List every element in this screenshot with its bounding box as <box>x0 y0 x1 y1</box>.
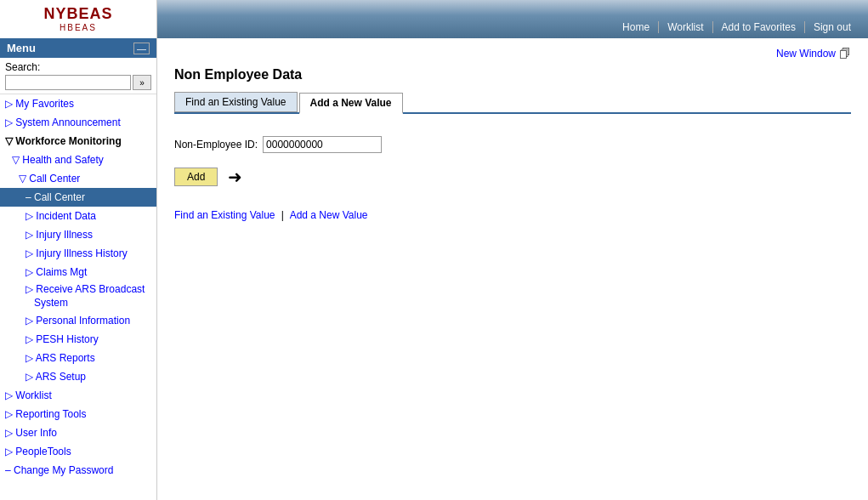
search-input[interactable] <box>5 75 131 90</box>
new-window-icon: 🗍 <box>839 47 851 60</box>
bottom-separator: | <box>281 209 284 221</box>
bottom-find-existing[interactable]: Find an Existing Value <box>174 209 275 221</box>
nav-injury-illness-history[interactable]: ▷ Injury Illness History <box>0 244 156 263</box>
nav-pesh-history[interactable]: ▷ PESH History <box>0 330 156 349</box>
search-label: Search: <box>5 61 151 73</box>
tab-add-new[interactable]: Add a New Value <box>299 93 403 114</box>
top-header: NYBEAS HBEAS Home Worklist Add to Favori… <box>0 0 868 38</box>
add-button[interactable]: Add <box>174 168 218 186</box>
form-area: Non-Employee ID: Add ➜ <box>174 128 851 196</box>
tabs-container: Find an Existing Value Add a New Value <box>174 91 851 114</box>
bottom-links: Find an Existing Value | Add a New Value <box>174 209 851 221</box>
tab-find-existing[interactable]: Find an Existing Value <box>174 92 298 112</box>
new-window-link[interactable]: New Window <box>776 48 836 60</box>
nav-reporting-tools[interactable]: ▷ Reporting Tools <box>0 405 156 423</box>
nav-sign-out[interactable]: Sign out <box>805 21 859 33</box>
logo-main: NYBEAS <box>43 6 112 23</box>
nav-system-announcement[interactable]: ▷ System Announcement <box>0 113 156 132</box>
nav-user-info[interactable]: ▷ User Info <box>0 423 156 442</box>
form-row-id: Non-Employee ID: <box>174 136 851 153</box>
nav-change-password[interactable]: – Change My Password <box>0 461 156 480</box>
nav-claims-mgt[interactable]: ▷ Claims Mgt <box>0 263 156 281</box>
sidebar-collapse-btn[interactable]: — <box>133 43 150 54</box>
nav-worklist[interactable]: Worklist <box>659 21 712 33</box>
nav-home[interactable]: Home <box>614 21 659 33</box>
nav-receive-ars[interactable]: ▷ Receive ARS Broadcast System <box>0 281 156 311</box>
main-layout: Menu — Search: » ▷ My Favorites ▷ System… <box>0 38 868 500</box>
menu-label: Menu <box>7 42 36 54</box>
nav-add-favorites[interactable]: Add to Favorites <box>713 21 805 33</box>
nav-incident-data[interactable]: ▷ Incident Data <box>0 207 156 225</box>
nav-injury-illness[interactable]: ▷ Injury Illness <box>0 225 156 244</box>
non-employee-id-label: Non-Employee ID: <box>174 139 258 151</box>
nav-call-center-active[interactable]: – Call Center <box>0 188 156 207</box>
nav-my-favorites[interactable]: ▷ My Favorites <box>0 94 156 113</box>
header-nav: Home Worklist Add to Favorites Sign out <box>157 0 868 38</box>
search-area: Search: » <box>0 58 156 94</box>
new-window-bar: New Window 🗍 <box>174 47 851 60</box>
page-title: Non Employee Data <box>174 67 851 82</box>
nav-health-safety[interactable]: ▽ Health and Safety <box>0 151 156 169</box>
search-row: » <box>5 75 151 90</box>
add-row: Add ➜ <box>174 167 851 187</box>
nav-personal-information[interactable]: ▷ Personal Information <box>0 311 156 330</box>
nav-workforce-monitoring[interactable]: ▽ Workforce Monitoring <box>0 132 156 151</box>
nav-call-center-parent[interactable]: ▽ Call Center <box>0 169 156 188</box>
non-employee-id-input[interactable] <box>263 136 382 153</box>
logo-sub: HBEAS <box>43 23 112 32</box>
nav-people-tools[interactable]: ▷ PeopleTools <box>0 442 156 461</box>
content-area: New Window 🗍 Non Employee Data Find an E… <box>157 38 868 500</box>
bottom-add-new[interactable]: Add a New Value <box>290 209 368 221</box>
nav-worklist[interactable]: ▷ Worklist <box>0 386 156 405</box>
sidebar-menu-header: Menu — <box>0 38 156 58</box>
arrow-indicator: ➜ <box>228 167 242 187</box>
sidebar: Menu — Search: » ▷ My Favorites ▷ System… <box>0 38 157 500</box>
logo: NYBEAS HBEAS <box>43 6 112 32</box>
search-button[interactable]: » <box>133 75 151 90</box>
logo-area: NYBEAS HBEAS <box>0 0 157 38</box>
nav-ars-setup[interactable]: ▷ ARS Setup <box>0 367 156 386</box>
nav-ars-reports[interactable]: ▷ ARS Reports <box>0 349 156 367</box>
